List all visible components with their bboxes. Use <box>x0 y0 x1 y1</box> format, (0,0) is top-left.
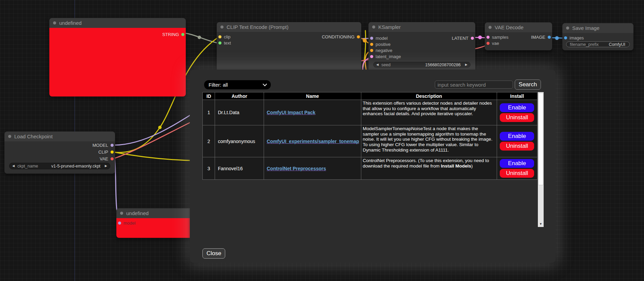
uninstall-button[interactable]: Uninstall <box>500 142 534 151</box>
output-label: LATENT <box>452 36 468 41</box>
widget-value: ComfyUI <box>609 42 625 47</box>
col-header-name: Name <box>264 92 361 100</box>
node-title: Save Image <box>572 25 599 31</box>
output-label: VAE <box>100 156 108 161</box>
extension-link[interactable]: ComfyUI Impact Pack <box>267 110 315 115</box>
node-vae-decode[interactable]: VAE Decode samples vae IMAGE <box>485 22 552 50</box>
uninstall-button[interactable]: Uninstall <box>500 169 534 178</box>
custom-nodes-dialog: Filter: all Search ID Author Name Descri… <box>190 70 556 263</box>
output-label: STRING <box>162 32 179 37</box>
widget-value: v1-5-pruned-emaonly.ckpt <box>51 164 100 169</box>
filename-prefix-widget[interactable]: filename_prefix ComfyUI <box>566 41 630 47</box>
cell-author: comfyanonymous <box>215 125 264 157</box>
table-header-row: ID Author Name Description Install <box>203 92 538 100</box>
node-undefined-top[interactable]: undefined STRING <box>49 18 186 96</box>
collapse-dot-icon[interactable] <box>489 26 492 29</box>
input-port-model[interactable] <box>370 37 373 40</box>
scrollbar-thumb[interactable] <box>538 93 543 185</box>
input-port-text[interactable] <box>218 41 221 45</box>
node-title: CLIP Text Encode (Prompt) <box>227 24 288 30</box>
ckpt-name-widget[interactable]: ◀ ckpt_name v1-5-pruned-emaonly.ckpt ▶ <box>9 163 110 169</box>
input-label: model <box>376 36 387 41</box>
output-port-string[interactable] <box>181 33 184 36</box>
input-port-images[interactable] <box>564 36 567 39</box>
input-label: images <box>569 35 584 40</box>
node-header[interactable]: undefined <box>49 18 186 28</box>
decrement-arrow-icon[interactable]: ◀ <box>376 63 379 66</box>
node-header[interactable]: KSampler <box>368 22 475 32</box>
col-header-id: ID <box>203 92 215 100</box>
extension-link[interactable]: ComfyUI_experiments/sampler_tonemap <box>267 139 359 144</box>
node-header[interactable]: CLIP Text Encode (Prompt) <box>217 22 361 32</box>
enable-button[interactable]: Enable <box>500 132 534 141</box>
cell-id: 2 <box>203 125 215 157</box>
filter-dropdown[interactable]: Filter: all <box>204 80 271 89</box>
cell-id: 1 <box>203 100 215 125</box>
cell-install: Enable Uninstall <box>497 125 537 157</box>
col-header-author: Author <box>215 92 264 100</box>
input-port-negative[interactable] <box>370 49 373 52</box>
input-port-latent-image[interactable] <box>370 55 373 58</box>
output-port-conditioning[interactable] <box>357 35 360 38</box>
collapse-dot-icon[interactable] <box>220 25 224 29</box>
input-label: clip <box>224 34 231 39</box>
cell-install: Enable Uninstall <box>497 100 537 125</box>
prev-arrow-icon[interactable]: ◀ <box>12 164 15 168</box>
input-label: latent_image <box>376 54 401 59</box>
input-port-positive[interactable] <box>370 43 373 46</box>
input-port-vae[interactable] <box>486 42 490 45</box>
cell-install: Enable Uninstall <box>497 157 537 180</box>
comfyui-canvas[interactable]: { "icons": { "arrow_left": "◀", "arrow_r… <box>0 0 644 281</box>
input-label: model <box>123 221 135 226</box>
search-input[interactable] <box>435 81 513 89</box>
input-label: vae <box>492 41 499 46</box>
output-label: CONDITIONING <box>322 34 354 39</box>
collapse-dot-icon[interactable] <box>120 212 123 215</box>
collapse-dot-icon[interactable] <box>566 27 569 30</box>
cell-author: Fannovel16 <box>215 157 264 180</box>
node-title: KSampler <box>378 24 401 30</box>
output-port-image[interactable] <box>548 36 551 39</box>
node-header[interactable]: Save Image <box>562 23 633 33</box>
close-button[interactable]: Close <box>202 248 225 259</box>
increment-arrow-icon[interactable]: ▶ <box>465 63 467 66</box>
next-arrow-icon[interactable]: ▶ <box>105 164 107 168</box>
cell-description: ModelSamplerTonemapNoiseTest a node that… <box>361 125 497 157</box>
node-header[interactable]: Load Checkpoint <box>4 131 115 141</box>
input-port-model[interactable] <box>118 222 121 225</box>
widget-label: filename_prefix <box>570 42 599 47</box>
node-save-image[interactable]: Save Image images filename_prefix ComfyU… <box>562 23 633 50</box>
output-port-model[interactable] <box>111 144 114 147</box>
collapse-dot-icon[interactable] <box>8 135 11 138</box>
widget-label: ckpt_name <box>17 164 38 169</box>
table-row: 1 Dr.Lt.Data ComfyUI Impact Pack This ex… <box>203 100 538 125</box>
collapse-dot-icon[interactable] <box>372 25 375 29</box>
input-label: negative <box>376 48 392 53</box>
seed-widget[interactable]: ◀ seed 156680208700286 ▶ <box>373 62 470 68</box>
table-scrollbar[interactable]: ▼ <box>538 92 544 227</box>
table-row: 3 Fannovel16 ControlNet Preprocessors Co… <box>203 157 538 180</box>
node-header[interactable]: VAE Decode <box>485 22 552 32</box>
output-port-latent[interactable] <box>471 37 474 40</box>
enable-button[interactable]: Enable <box>500 159 534 168</box>
extension-link[interactable]: ControlNet Preprocessors <box>267 166 326 171</box>
scrollbar-down-arrow-icon[interactable]: ▼ <box>538 222 544 227</box>
node-title: VAE Decode <box>495 24 524 30</box>
node-load-checkpoint[interactable]: Load Checkpoint MODEL CLIP VAE ◀ ckpt_na… <box>4 131 115 174</box>
widget-label: seed <box>381 63 391 67</box>
uninstall-button[interactable]: Uninstall <box>500 113 534 122</box>
search-button[interactable]: Search <box>515 80 541 90</box>
extensions-table-wrap: ID Author Name Description Install 1 Dr.… <box>202 92 544 227</box>
node-title: undefined <box>126 210 149 216</box>
output-port-vae[interactable] <box>111 157 114 160</box>
node-title: Load Checkpoint <box>14 134 53 139</box>
output-label: IMAGE <box>531 35 545 40</box>
output-port-clip[interactable] <box>111 151 114 154</box>
collapse-dot-icon[interactable] <box>53 21 56 24</box>
widget-value: 156680208700286 <box>425 63 461 67</box>
cell-description: ControlNet Preprocessors. (To use this e… <box>361 157 497 180</box>
input-port-samples[interactable] <box>486 36 490 39</box>
input-port-clip[interactable] <box>218 35 221 38</box>
enable-button[interactable]: Enable <box>500 103 534 112</box>
table-row: 2 comfyanonymous ComfyUI_experiments/sam… <box>203 125 538 157</box>
